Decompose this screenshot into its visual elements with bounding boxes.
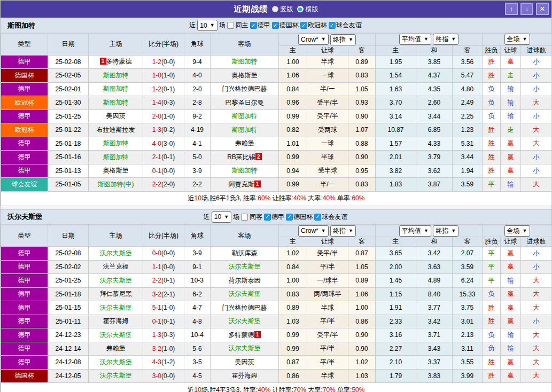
recent-count-select[interactable]: 10▼ <box>197 20 217 31</box>
match-row: 德甲25-01-18斯图加特4-0(3-0)4-1弗赖堡1.01一球0.881.… <box>1 137 552 151</box>
away-team: 斯图加特 <box>211 109 279 123</box>
col-away: 客场 <box>211 34 279 56</box>
filter-bar: 近 10▼ 场 同主 ✓德甲✓德国杯✓欧冠杯✓球会友谊 <box>1 18 551 33</box>
result-goals: 大 <box>521 137 552 151</box>
league-checkbox[interactable]: ✓ <box>314 214 321 221</box>
avg-draw: 3.37 <box>416 356 453 370</box>
col-sub-8: 进球数 <box>521 45 552 55</box>
match-row: 德甲25-01-15沃尔夫斯堡5-1(1-0)4-7门兴格拉德巴赫0.89半球1… <box>1 301 552 315</box>
odds-provider-select[interactable]: Crow*▼ <box>298 34 329 45</box>
result-outcome: 负 <box>483 328 501 342</box>
away-team: 沃尔夫斯堡 <box>211 342 279 356</box>
match-row: 德甲24-12-08沃尔夫斯堡4-3(1-2)3-5美因茨0.87平/半1.02… <box>1 356 552 370</box>
avg-away: 2.07 <box>453 247 483 261</box>
col-sub-4: 和 <box>416 237 453 247</box>
home-team: 斯图加特 <box>89 137 143 151</box>
chevron-down-icon: ▼ <box>451 229 456 233</box>
avg-draw: 3.43 <box>416 342 453 356</box>
score-halftime: 3-2(2-1) <box>143 287 184 301</box>
team-label: 沃尔夫斯堡 <box>100 372 132 379</box>
home-team: 美因茨 <box>89 109 143 123</box>
match-row: 欧冠杯25-01-30斯图加特1-4(0-3)2-8巴黎圣日尔曼0.96受平/半… <box>1 96 552 110</box>
filter-prefix-label: 近 <box>204 213 210 222</box>
recent-count-select[interactable]: 10▼ <box>212 211 231 223</box>
summary-text: 大率: <box>306 194 323 202</box>
avg-home: 1.91 <box>376 301 416 315</box>
team-label: 勒沃库森 <box>232 249 258 257</box>
league-checkbox[interactable]: ✓ <box>329 22 336 29</box>
result-outcome: 负 <box>483 109 501 123</box>
score-halftime: 1-3(0-2) <box>143 123 184 137</box>
odds-home: 0.84 <box>279 260 307 274</box>
scope-select[interactable]: 全场▼ <box>504 34 530 45</box>
result-handicap: 输 <box>501 274 521 288</box>
away-team: 斯图加特 <box>211 55 279 69</box>
move-up-button[interactable]: ↑ <box>505 3 518 15</box>
scope-select[interactable]: 全场▼ <box>504 225 530 237</box>
summary-row: 近10场,胜6平1负3, 胜率:60% 让胜率:40% 大率:40% 单率:60… <box>1 191 552 206</box>
layout-option-horizontal[interactable]: 横版 <box>297 5 318 14</box>
score-halftime: 1-1(0-0) <box>143 260 184 274</box>
fulltime-score: 2-2 <box>152 181 161 188</box>
same-venue-checkbox[interactable] <box>241 214 248 221</box>
team-label: 斯图加特 <box>103 72 129 79</box>
radio-horizontal-icon[interactable] <box>297 6 304 12</box>
avg-draw: 3.85 <box>416 55 453 69</box>
result-outcome: 负 <box>483 82 501 96</box>
team-section-wolfsburg: 近 10▼ 场 同客 ✓德甲✓德国杯✓球会友谊 沃尔夫斯堡 类型 日期 主场 <box>1 209 551 392</box>
match-date: 25-02-08 <box>48 247 89 261</box>
summary-row: 近10场,胜4平3负3, 胜率:40% 让胜率:70% 大率:70% 单率:50… <box>1 383 552 392</box>
avg-stage-select[interactable]: 终指▼ <box>433 34 458 45</box>
filter-bar: 近 10▼ 场 同客 ✓德甲✓德国杯✓球会友谊 <box>1 210 551 224</box>
team-label: 霍芬海姆 <box>232 372 258 379</box>
league-checkbox[interactable]: ✓ <box>300 22 307 29</box>
match-row: 德甲25-01-13奥格斯堡0-1(0-0)3-9斯图加特0.94受半球0.95… <box>1 164 552 178</box>
fulltime-score: 0-1 <box>152 167 161 175</box>
summary-value: 10 <box>195 386 201 392</box>
team-label: 沃尔夫斯堡 <box>229 317 261 325</box>
league-checkbox[interactable]: ✓ <box>272 22 279 29</box>
odds-handicap: 半/一 <box>307 178 348 192</box>
same-venue-checkbox[interactable] <box>227 22 234 29</box>
halftime-score: (0-1) <box>161 85 175 93</box>
layout-option-vertical[interactable]: 竖版 <box>272 5 293 14</box>
summary-value: 70% <box>293 386 306 392</box>
fulltime-score: 1-2 <box>152 85 161 93</box>
result-handicap: 赢 <box>501 151 521 164</box>
odds-stage-select[interactable]: 终指▼ <box>330 225 356 237</box>
league-checkbox[interactable]: ✓ <box>264 214 271 221</box>
result-handicap: 赢 <box>501 369 521 383</box>
away-team: 斯图加特 <box>211 164 279 178</box>
avg-provider-select[interactable]: 平均值▼ <box>399 225 431 237</box>
odds-home: 0.99 <box>279 151 307 164</box>
league-checkbox[interactable]: ✓ <box>250 22 257 29</box>
col-score: 比分(半场) <box>143 34 184 56</box>
radio-vertical-icon[interactable] <box>272 6 278 12</box>
match-date: 25-02-08 <box>48 55 89 69</box>
close-icon: ✕ <box>540 5 546 12</box>
home-team: 沃尔夫斯堡 <box>89 369 143 383</box>
result-outcome: 胜 <box>483 315 501 328</box>
results-table: 类型 日期 主场 比分(半场) 角球 客场 Crow*▼ 终指▼ 平均值▼ 终指… <box>1 33 552 206</box>
match-row: 德甲25-02-02法兰克福1-1(0-0)9-1沃尔夫斯堡0.84平/半1.0… <box>1 260 552 274</box>
chevron-down-icon: ▼ <box>224 215 229 219</box>
window-controls: ↑ ↓ ✕ <box>505 3 549 15</box>
odds-provider-select[interactable]: Crow*▼ <box>298 225 329 237</box>
move-down-button[interactable]: ↓ <box>520 3 533 15</box>
odds-away: 0.95 <box>348 164 376 178</box>
team-label: 斯图加特 <box>232 167 258 174</box>
odds-stage-select[interactable]: 终指▼ <box>330 34 356 45</box>
result-handicap: 走 <box>501 123 521 137</box>
odds-away: 1.07 <box>348 123 376 137</box>
result-outcome: 胜 <box>483 137 501 151</box>
odds-handicap: 受平/半 <box>307 96 348 110</box>
close-button[interactable]: ✕ <box>536 3 549 15</box>
result-outcome: 胜 <box>483 151 501 164</box>
match-date: 25-01-30 <box>48 96 89 110</box>
avg-home: 3.70 <box>376 96 416 110</box>
match-row: 德甲25-01-25美因茨2-0(1-0)9-2斯图加特0.99受平/半0.90… <box>1 109 552 123</box>
league-checkbox[interactable]: ✓ <box>286 214 293 221</box>
avg-stage-select[interactable]: 终指▼ <box>433 225 458 237</box>
home-team: 沃尔夫斯堡 <box>89 247 143 261</box>
avg-provider-select[interactable]: 平均值▼ <box>399 34 431 45</box>
